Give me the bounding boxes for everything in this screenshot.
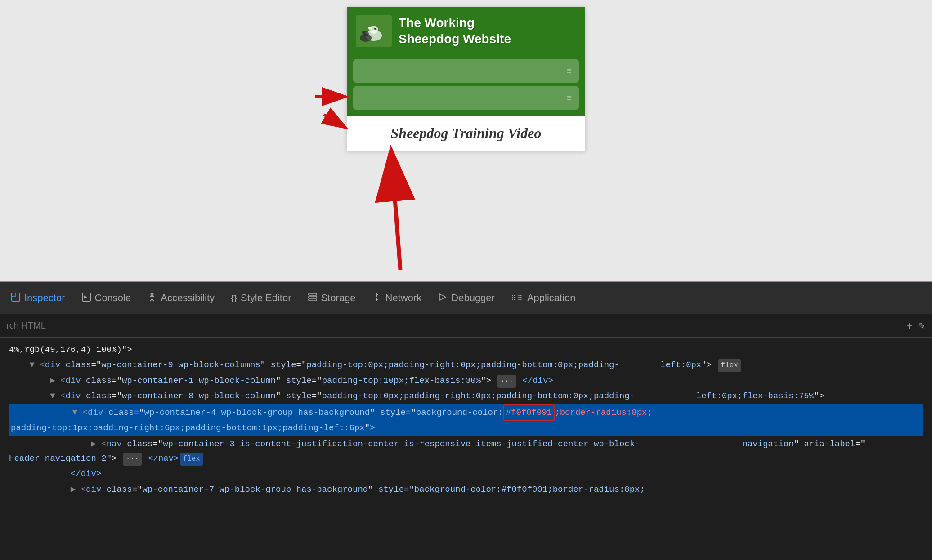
search-plus-button[interactable]: + [906, 320, 913, 332]
code-line-5-highlighted: ▼ < div class =" wp-container-4 wp-block… [9, 404, 923, 436]
code-line-8: ▶ < div class =" wp-container-7 wp-block… [9, 482, 923, 497]
tab-debugger-label: Debugger [451, 292, 495, 304]
tab-inspector-label: Inspector [24, 292, 65, 304]
tab-debugger[interactable]: Debugger [430, 286, 502, 310]
network-icon [372, 292, 382, 304]
tab-console-label: Console [95, 292, 131, 304]
svg-rect-23 [309, 293, 317, 295]
svg-point-4 [374, 28, 376, 30]
svg-marker-29 [375, 299, 379, 301]
svg-point-8 [367, 32, 368, 34]
tab-storage[interactable]: Storage [300, 286, 363, 310]
tab-console[interactable]: Console [74, 286, 139, 310]
flex-badge-2: flex [180, 453, 203, 466]
console-icon [81, 292, 91, 304]
tab-application[interactable]: ⠿⠿ Application [504, 286, 583, 310]
svg-line-13 [391, 153, 400, 270]
svg-marker-28 [375, 293, 379, 295]
accessibility-icon [147, 292, 157, 304]
dots-badge-1: ··· [497, 375, 516, 388]
debugger-icon [438, 292, 448, 304]
storage-icon [308, 292, 318, 304]
code-text: 4%,rgb(49,176,4) 100%)"> [9, 342, 132, 357]
svg-point-18 [151, 293, 153, 295]
site-logo [356, 15, 392, 47]
code-line-1: 4%,rgb(49,176,4) 100%)"> [9, 342, 923, 357]
hamburger-icon-1: ≡ [566, 66, 572, 76]
site-title: The Working Sheepdog Website [399, 15, 511, 48]
tab-style-editor[interactable]: {} Style Editor [224, 286, 299, 310]
code-indent [9, 358, 30, 372]
tab-application-label: Application [527, 292, 576, 304]
browser-preview: The Working Sheepdog Website ≡ ≡ Sheepdo… [0, 0, 932, 281]
content-area: Sheepdog Training Video [347, 116, 585, 151]
color-value-highlight: #f0f0f091 [503, 404, 555, 421]
application-icon: ⠿⠿ [511, 294, 524, 302]
tab-storage-label: Storage [321, 292, 356, 304]
flex-badge: flex [718, 359, 741, 372]
tab-accessibility-label: Accessibility [161, 292, 215, 304]
search-pencil-button[interactable]: ✎ [918, 320, 926, 331]
svg-rect-24 [309, 296, 317, 298]
html-content: 4%,rgb(49,176,4) 100%)"> ▼ < div class =… [0, 338, 932, 560]
code-line-4: ▼ < div class =" wp-container-8 wp-block… [9, 388, 923, 404]
code-line-3: ▶ < div class =" wp-container-1 wp-block… [9, 373, 923, 388]
website-preview: The Working Sheepdog Website ≡ ≡ Sheepdo… [347, 7, 585, 151]
inspector-icon [11, 292, 21, 304]
search-bar: + ✎ [0, 314, 932, 338]
tab-network[interactable]: Network [365, 286, 429, 310]
svg-rect-25 [309, 299, 317, 301]
svg-marker-30 [439, 294, 446, 300]
code-line-7: </div> [9, 466, 923, 481]
content-title: Sheepdog Training Video [356, 125, 576, 142]
nav-buttons: ≡ ≡ [347, 56, 585, 116]
tab-inspector[interactable]: Inspector [4, 286, 72, 310]
tab-style-editor-label: Style Editor [241, 292, 291, 304]
style-editor-icon: {} [231, 293, 237, 303]
code-line-6: ▶ < nav class =" wp-container-3 is-conte… [9, 436, 923, 467]
tab-network-label: Network [385, 292, 422, 304]
svg-marker-17 [84, 295, 87, 299]
nav-button-2[interactable]: ≡ [353, 86, 579, 110]
search-input[interactable] [6, 320, 906, 331]
code-tag: div [45, 358, 60, 372]
code-line-2: ▼ < div class =" wp-container-9 wp-block… [9, 357, 923, 373]
hamburger-icon-2: ≡ [566, 93, 572, 103]
tab-accessibility[interactable]: Accessibility [140, 286, 222, 310]
svg-line-12 [324, 115, 346, 128]
code-arrow: ▼ < [30, 358, 45, 372]
nav-button-1[interactable]: ≡ [353, 59, 579, 83]
devtools-panel: Inspector Console Accessi [0, 281, 932, 560]
dots-badge-2: ··· [123, 453, 142, 466]
devtools-toolbar: Inspector Console Accessi [0, 281, 932, 314]
svg-line-22 [152, 299, 154, 301]
site-header: The Working Sheepdog Website [347, 7, 585, 56]
svg-rect-14 [12, 293, 20, 301]
